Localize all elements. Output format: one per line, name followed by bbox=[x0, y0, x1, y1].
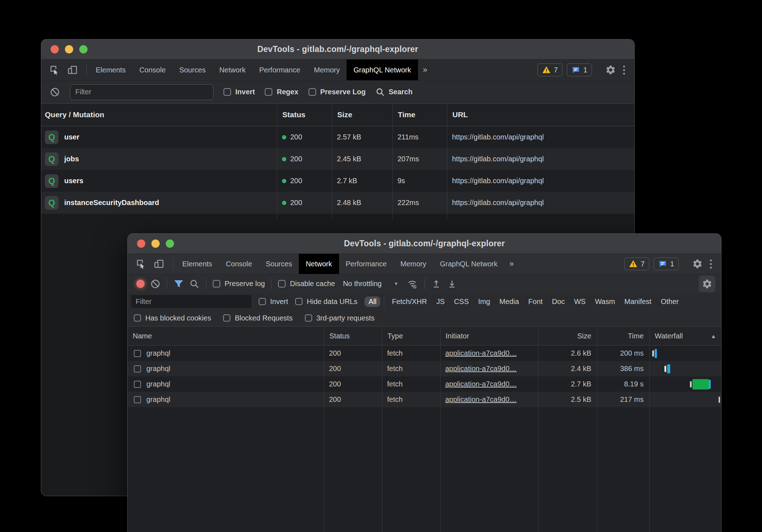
preserve-log-checkbox-group[interactable]: Preserve log bbox=[213, 280, 265, 288]
filter-chip-js[interactable]: JS bbox=[432, 296, 448, 307]
issues-badge[interactable]: 1 bbox=[654, 257, 679, 270]
device-toolbar-icon[interactable] bbox=[67, 65, 78, 75]
network-conditions-icon[interactable] bbox=[406, 279, 418, 289]
has-blocked-cookies-checkbox[interactable] bbox=[134, 314, 141, 322]
column-header-initiator[interactable]: Initiator bbox=[440, 327, 538, 345]
search-icon[interactable] bbox=[189, 279, 199, 289]
settings-gear-icon[interactable] bbox=[692, 258, 703, 269]
has-blocked-cookies-checkbox-group[interactable]: Has blocked cookies bbox=[134, 314, 211, 322]
table-row[interactable]: Qjobs 200 2.45 kB 207ms https://gitlab.c… bbox=[41, 148, 634, 170]
preserve-log-checkbox[interactable] bbox=[213, 280, 220, 288]
column-header-query-mutation[interactable]: Query / Mutation bbox=[41, 104, 277, 126]
minimize-button[interactable] bbox=[151, 239, 160, 248]
filter-chip-ws[interactable]: WS bbox=[570, 296, 589, 307]
warnings-badge[interactable]: 7 bbox=[537, 63, 563, 76]
row-checkbox[interactable] bbox=[134, 396, 141, 403]
zoom-button[interactable] bbox=[166, 239, 174, 248]
clear-icon[interactable] bbox=[50, 87, 60, 97]
filter-chip-other[interactable]: Other bbox=[657, 296, 683, 307]
blocked-requests-checkbox-group[interactable]: Blocked Requests bbox=[223, 314, 292, 322]
network-settings-button[interactable] bbox=[699, 276, 715, 292]
column-header-size[interactable]: Size bbox=[332, 104, 392, 126]
table-row[interactable]: graphql 200 fetch application-a7ca9d0… 2… bbox=[128, 376, 721, 392]
hide-data-urls-checkbox[interactable] bbox=[295, 298, 302, 305]
blocked-requests-checkbox[interactable] bbox=[223, 314, 230, 322]
initiator-link[interactable]: application-a7ca9d0… bbox=[445, 395, 517, 404]
more-tabs-icon[interactable]: » bbox=[504, 254, 519, 274]
import-har-icon[interactable] bbox=[431, 279, 441, 289]
tab-network[interactable]: Network bbox=[212, 60, 252, 80]
tab-graphql-network[interactable]: GraphQL Network bbox=[347, 60, 418, 80]
clear-icon[interactable] bbox=[150, 279, 160, 289]
tab-performance[interactable]: Performance bbox=[339, 254, 394, 274]
third-party-requests-checkbox[interactable] bbox=[305, 314, 312, 322]
column-header-type[interactable]: Type bbox=[382, 327, 440, 345]
filter-chip-fetch-xhr[interactable]: Fetch/XHR bbox=[388, 296, 431, 307]
table-row[interactable]: Qusers 200 2.7 kB 9s https://gitlab.com/… bbox=[41, 170, 634, 192]
kebab-menu-icon[interactable] bbox=[620, 66, 628, 75]
titlebar[interactable]: DevTools - gitlab.com/-/graphql-explorer bbox=[41, 39, 634, 60]
tab-memory[interactable]: Memory bbox=[394, 254, 433, 274]
filter-chip-media[interactable]: Media bbox=[495, 296, 523, 307]
table-row[interactable]: graphql 200 fetch application-a7ca9d0… 2… bbox=[128, 392, 721, 407]
filter-chip-font[interactable]: Font bbox=[525, 296, 547, 307]
preserve-log-checkbox[interactable] bbox=[309, 88, 316, 96]
throttling-dropdown[interactable]: No throttling ▼ bbox=[341, 280, 401, 288]
preserve-log-checkbox-group[interactable]: Preserve Log bbox=[309, 88, 366, 96]
table-row[interactable]: graphql 200 fetch application-a7ca9d0… 2… bbox=[128, 346, 721, 361]
column-header-time[interactable]: Time bbox=[597, 327, 649, 345]
third-party-requests-checkbox-group[interactable]: 3rd-party requests bbox=[305, 314, 375, 322]
invert-checkbox-group[interactable]: Invert bbox=[224, 88, 255, 96]
tab-elements[interactable]: Elements bbox=[89, 60, 132, 80]
table-row[interactable]: Quser 200 2.57 kB 211ms https://gitlab.c… bbox=[41, 126, 634, 148]
filter-chip-all[interactable]: All bbox=[364, 296, 380, 307]
record-button[interactable] bbox=[136, 280, 145, 288]
tab-sources[interactable]: Sources bbox=[259, 254, 299, 274]
column-header-waterfall[interactable]: Waterfall ▲ bbox=[649, 327, 721, 345]
inspect-element-icon[interactable] bbox=[136, 258, 146, 269]
zoom-button[interactable] bbox=[79, 45, 88, 53]
column-header-status[interactable]: Status bbox=[324, 327, 382, 345]
initiator-link[interactable]: application-a7ca9d0… bbox=[445, 380, 517, 388]
more-tabs-icon[interactable]: » bbox=[418, 60, 432, 80]
tab-console[interactable]: Console bbox=[132, 60, 172, 80]
tab-performance[interactable]: Performance bbox=[253, 60, 307, 80]
filter-chip-img[interactable]: Img bbox=[474, 296, 494, 307]
filter-chip-doc[interactable]: Doc bbox=[548, 296, 569, 307]
disable-cache-checkbox-group[interactable]: Disable cache bbox=[278, 280, 335, 288]
column-header-url[interactable]: URL bbox=[447, 104, 634, 126]
table-row[interactable]: QinstanceSecurityDashboard 200 2.48 kB 2… bbox=[41, 192, 634, 214]
initiator-link[interactable]: application-a7ca9d0… bbox=[445, 349, 517, 357]
invert-checkbox-group[interactable]: Invert bbox=[259, 298, 288, 306]
filter-funnel-icon[interactable] bbox=[174, 279, 184, 289]
hide-data-urls-checkbox-group[interactable]: Hide data URLs bbox=[295, 298, 357, 306]
filter-chip-manifest[interactable]: Manifest bbox=[620, 296, 655, 307]
table-row[interactable]: graphql 200 fetch application-a7ca9d0… 2… bbox=[128, 361, 721, 376]
row-checkbox[interactable] bbox=[134, 381, 141, 388]
close-button[interactable] bbox=[137, 239, 145, 248]
issues-badge[interactable]: 1 bbox=[567, 63, 592, 76]
tab-elements[interactable]: Elements bbox=[175, 254, 219, 274]
invert-checkbox[interactable] bbox=[224, 88, 231, 96]
tab-sources[interactable]: Sources bbox=[173, 60, 212, 80]
device-toolbar-icon[interactable] bbox=[154, 258, 164, 269]
tab-network[interactable]: Network bbox=[299, 254, 339, 274]
row-checkbox[interactable] bbox=[134, 365, 141, 372]
filter-input[interactable] bbox=[70, 84, 213, 100]
kebab-menu-icon[interactable] bbox=[707, 260, 715, 269]
filter-input[interactable] bbox=[131, 295, 251, 308]
column-header-name[interactable]: Name bbox=[128, 327, 324, 345]
tab-console[interactable]: Console bbox=[219, 254, 259, 274]
initiator-link[interactable]: application-a7ca9d0… bbox=[445, 365, 517, 373]
settings-gear-icon[interactable] bbox=[605, 65, 616, 75]
column-header-status[interactable]: Status bbox=[277, 104, 332, 126]
tab-graphql-network[interactable]: GraphQL Network bbox=[433, 254, 504, 274]
regex-checkbox-group[interactable]: Regex bbox=[265, 88, 298, 96]
row-checkbox[interactable] bbox=[134, 350, 141, 357]
minimize-button[interactable] bbox=[65, 45, 73, 53]
filter-chip-css[interactable]: CSS bbox=[450, 296, 473, 307]
inspect-element-icon[interactable] bbox=[49, 65, 60, 75]
column-header-size[interactable]: Size bbox=[538, 327, 597, 345]
invert-checkbox[interactable] bbox=[259, 298, 266, 305]
close-button[interactable] bbox=[51, 45, 59, 53]
